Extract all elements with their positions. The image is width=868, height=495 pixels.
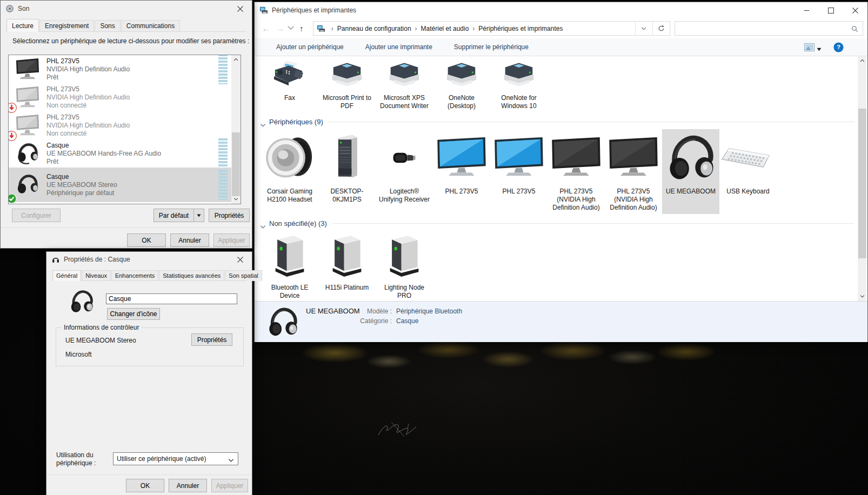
- tile-logitech-unifying-receiver[interactable]: Logitech® Unifying Receiver: [376, 129, 433, 214]
- device-description: UE MEGABOOM Stereo: [46, 181, 117, 189]
- apply-button[interactable]: Appliquer: [213, 233, 250, 247]
- tab-enregistrement[interactable]: Enregistrement: [39, 20, 94, 32]
- controller-name: UE MEGABOOM Stereo: [65, 337, 136, 344]
- breadcrumb[interactable]: › Panneau de configuration › Matériel et…: [313, 21, 670, 36]
- scroll-up-icon[interactable]: [858, 56, 867, 65]
- tile-phl-273v5-2[interactable]: PHL 273V5: [490, 129, 547, 214]
- tab-enhancements[interactable]: Enhancements: [111, 270, 158, 281]
- status-badge: [8, 193, 17, 204]
- category-label: Catégorie :: [353, 317, 392, 325]
- up-button[interactable]: ↑: [295, 24, 309, 33]
- device-status: Périphérique par défaut: [46, 189, 117, 197]
- device-usage-select[interactable]: Utiliser ce périphérique (activé): [113, 452, 238, 465]
- tile-usb-keyboard[interactable]: USB Keyboard: [719, 129, 777, 214]
- printer-icon: [435, 57, 489, 92]
- tab-lecture[interactable]: Lecture: [6, 19, 39, 32]
- tile-corsair-gaming-h2100-headset[interactable]: Corsair Gaming H2100 Headset: [261, 129, 318, 214]
- section-header-non-specifie[interactable]: Non spécifié(e) (3): [260, 219, 854, 228]
- tile-phl-273v5-1[interactable]: PHL 273V5: [433, 129, 490, 214]
- tile-desktop-0kjm1ps[interactable]: DESKTOP-0KJM1PS: [318, 129, 376, 214]
- section-header-peripheriques[interactable]: Périphériques (9): [260, 118, 854, 126]
- scrollbar-thumb[interactable]: [858, 109, 866, 258]
- configure-button[interactable]: Configurer: [12, 209, 61, 222]
- maximize-button[interactable]: [819, 2, 843, 18]
- scroll-down-icon[interactable]: [858, 292, 867, 301]
- search-input[interactable]: [675, 21, 863, 36]
- apply-button[interactable]: Appliquer: [211, 479, 248, 492]
- printer-icon: [263, 57, 317, 92]
- set-default-dropdown-icon[interactable]: [193, 209, 204, 222]
- playback-device-row[interactable]: PHL 273V5 NVIDIA High Definition Audio N…: [9, 111, 241, 139]
- scroll-up-icon[interactable]: [231, 55, 241, 64]
- device-name: PHL 273V5: [46, 57, 130, 65]
- tab-son-spatial[interactable]: Son spatial: [225, 270, 262, 281]
- tile-onenote-for-windows-10[interactable]: OneNote for Windows 10: [490, 56, 547, 112]
- toolbar-remove-device[interactable]: Supprimer le périphérique: [454, 43, 529, 51]
- window-title: Périphériques et imprimantes: [272, 6, 356, 14]
- close-button[interactable]: [843, 2, 867, 18]
- device-icon: [263, 130, 317, 185]
- controller-properties-button[interactable]: Propriétés: [191, 333, 232, 346]
- tab-niveaux[interactable]: Niveaux: [82, 270, 111, 281]
- breadcrumb-peripheriques-et-imprimantes[interactable]: Périphériques et imprimantes: [478, 25, 563, 32]
- refresh-button[interactable]: [652, 22, 670, 35]
- folder-icon: [317, 24, 325, 33]
- ok-button[interactable]: OK: [127, 233, 166, 247]
- volume-meter: [218, 138, 228, 169]
- volume-meter: [218, 55, 228, 84]
- tile-fax[interactable]: Fax: [261, 56, 318, 112]
- toolbar-add-printer[interactable]: Ajouter une imprimante: [365, 43, 432, 51]
- breadcrumb-materiel-et-audio[interactable]: Matériel et audio: [421, 25, 469, 32]
- device-name-input[interactable]: [106, 293, 237, 304]
- scrollbar-vertical[interactable]: [858, 56, 866, 301]
- device-description: NVIDIA High Definition Audio: [46, 122, 130, 130]
- printer-icon: [320, 57, 374, 92]
- tile-microsoft-print-to-pdf[interactable]: Microsoft Print to PDF: [318, 56, 376, 112]
- device-usage-label: Utilisation du périphérique :: [56, 451, 111, 467]
- back-button[interactable]: ←: [259, 24, 273, 33]
- chevron-down-icon: [228, 457, 234, 461]
- address-dropdown-icon[interactable]: [635, 22, 652, 35]
- group-legend: Informations de contrôleur: [62, 324, 141, 331]
- toolbar-add-device[interactable]: Ajouter un périphérique: [276, 43, 344, 51]
- scrollbar-vertical[interactable]: [231, 55, 241, 204]
- scroll-down-icon[interactable]: [231, 195, 241, 204]
- close-button[interactable]: [228, 252, 252, 267]
- tile-bluetooth-le-device[interactable]: Bluetooth LE Device c0288d9b9cbc: [261, 231, 318, 301]
- casque-properties-dialog: Propriétés de : Casque Général Niveaux E…: [46, 251, 252, 495]
- cancel-button[interactable]: Annuler: [170, 233, 209, 247]
- tile-ue-megaboom[interactable]: UE MEGABOOM: [662, 129, 719, 214]
- playback-device-row[interactable]: Casque UE MEGABOOM Stereo Périphérique p…: [9, 168, 241, 202]
- tab-sons[interactable]: Sons: [95, 20, 120, 32]
- properties-button[interactable]: Propriétés: [209, 209, 250, 222]
- playback-device-row[interactable]: PHL 273V5 NVIDIA High Definition Audio P…: [9, 55, 241, 83]
- tab-general[interactable]: Général: [52, 270, 81, 281]
- tile-phl-273v5-nvidia-2[interactable]: PHL 273V5 (NVIDIA High Definition Audio): [605, 129, 662, 214]
- tile-onenote-desktop[interactable]: OneNote (Desktop): [433, 56, 490, 112]
- ok-button[interactable]: OK: [126, 479, 164, 492]
- scrollbar-thumb[interactable]: [232, 132, 240, 196]
- forward-button[interactable]: →: [273, 24, 287, 33]
- close-button[interactable]: [228, 1, 252, 17]
- devices-printers-window: Périphériques et imprimantes ← → ↑ › Pan…: [254, 2, 868, 342]
- playback-device-row[interactable]: PHL 273V5 NVIDIA High Definition Audio N…: [9, 83, 241, 111]
- playback-device-row[interactable]: Casque UE MEGABOOM Hands-Free AG Audio P…: [9, 139, 241, 168]
- tab-communications[interactable]: Communications: [121, 20, 180, 32]
- change-view-button[interactable]: [804, 43, 822, 51]
- set-default-button[interactable]: Par défaut: [153, 209, 204, 222]
- recent-pages-icon[interactable]: [287, 25, 295, 31]
- tile-microsoft-xps-document-writer[interactable]: Microsoft XPS Document Writer: [376, 56, 433, 112]
- window-title: Propriétés de : Casque: [64, 256, 130, 263]
- breadcrumb-panneau-de-configuration[interactable]: Panneau de configuration: [337, 25, 411, 32]
- minimize-button[interactable]: [794, 2, 819, 18]
- device-icon: [320, 232, 374, 282]
- device-icon: [263, 232, 317, 282]
- change-icon-button[interactable]: Changer d'icône: [107, 308, 160, 320]
- tile-h115i-platinum[interactable]: H115i Platinum: [318, 231, 376, 301]
- window-title: Son: [18, 5, 29, 12]
- tile-phl-273v5-nvidia-1[interactable]: PHL 273V5 (NVIDIA High Definition Audio): [547, 129, 605, 214]
- help-button[interactable]: ?: [833, 42, 844, 52]
- tile-lighting-node-pro[interactable]: Lighting Node PRO: [376, 231, 433, 301]
- cancel-button[interactable]: Annuler: [169, 479, 207, 492]
- tab-statistiques-avancees[interactable]: Statistiques avancées: [159, 270, 224, 281]
